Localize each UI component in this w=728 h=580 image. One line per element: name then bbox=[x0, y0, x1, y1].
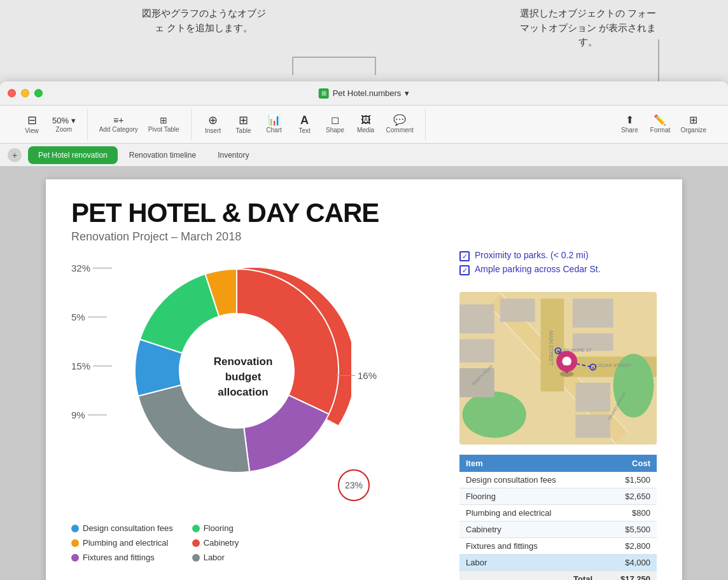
tab-inventory[interactable]: Inventory bbox=[207, 146, 259, 164]
media-button[interactable]: 🖼 Media bbox=[352, 109, 380, 141]
legend-label-fixtures: Fixtures and fittings bbox=[83, 553, 155, 562]
tab-pet-hotel-label: Pet Hotel renovation bbox=[38, 151, 108, 160]
tab-pet-hotel[interactable]: Pet Hotel renovation bbox=[28, 146, 118, 164]
text-label: Text bbox=[298, 127, 310, 134]
titlebar-center: Pet Hotel.numbers ▾ bbox=[319, 88, 410, 99]
checkbox-2 bbox=[459, 265, 470, 275]
legend-design: Design consultation fees bbox=[71, 523, 173, 533]
table-row: Cabinetry $5,500 bbox=[459, 521, 657, 538]
tab-renovation-timeline-label: Renovation timeline bbox=[129, 151, 196, 160]
insert-label: Insert bbox=[205, 127, 221, 134]
svg-rect-20 bbox=[575, 415, 610, 438]
label-9: 9% bbox=[71, 410, 112, 420]
organize-button[interactable]: ⊞ Organize bbox=[676, 109, 710, 141]
annotation-right: 選択したオブジェクトの フォーマットオプション が表示されます。 bbox=[518, 6, 658, 50]
table-icon: ⊞ bbox=[239, 114, 248, 126]
svg-rect-13 bbox=[459, 305, 494, 334]
legend-col-1: Design consultation fees Plumbing and el… bbox=[71, 523, 173, 562]
legend-dot-fixtures bbox=[71, 554, 79, 562]
insert-button[interactable]: ⊕ Insert bbox=[199, 109, 227, 141]
total-label: Total bbox=[459, 571, 599, 580]
table-button[interactable]: ⊞ Table bbox=[230, 109, 258, 141]
maximize-button[interactable] bbox=[34, 89, 43, 97]
slide-body: 32% 5% 15% bbox=[71, 250, 657, 580]
legend-label-flooring: Flooring bbox=[204, 523, 234, 533]
label-5: 5% bbox=[71, 312, 112, 322]
row-cost-4: $5,500 bbox=[599, 521, 657, 538]
format-label: Format bbox=[650, 127, 671, 134]
checkbox-1 bbox=[459, 251, 470, 261]
traffic-lights bbox=[8, 89, 43, 97]
donut-wrapper: Renovation budgetallocation bbox=[122, 256, 364, 498]
legend-label-labor: Labor bbox=[204, 553, 225, 562]
row-item-4: Cabinetry bbox=[459, 521, 599, 538]
app-window: Pet Hotel.numbers ▾ ⊟ View 50% ▾ Zoom ≡+… bbox=[0, 81, 728, 580]
organize-label: Organize bbox=[680, 127, 706, 134]
share-label: Share bbox=[621, 127, 638, 134]
view-button[interactable]: ⊟ View bbox=[18, 109, 46, 141]
file-icon bbox=[319, 88, 329, 99]
map-annotations: Proximity to parks. (< 0.2 mi) Ample par… bbox=[459, 250, 657, 278]
zoom-button[interactable]: 50% ▾ Zoom bbox=[48, 109, 80, 141]
toolbar: ⊟ View 50% ▾ Zoom ≡+ Add Category ⊞ Pivo… bbox=[0, 106, 728, 144]
view-icon: ⊟ bbox=[27, 114, 37, 126]
comment-button[interactable]: 💬 Comment bbox=[382, 109, 417, 141]
comment-label: Comment bbox=[386, 127, 414, 134]
table-row: Flooring $2,650 bbox=[459, 488, 657, 505]
svg-rect-17 bbox=[573, 299, 613, 328]
text-button[interactable]: A Text bbox=[291, 109, 319, 141]
svg-rect-14 bbox=[459, 340, 494, 362]
filename: Pet Hotel.numbers bbox=[333, 88, 402, 98]
table-row: Fixtures and fittings $2,800 bbox=[459, 538, 657, 555]
slide: PET HOTEL & DAY CARE Renovation Project … bbox=[46, 179, 682, 580]
legend-cabinetry: Cabinetry bbox=[192, 538, 239, 548]
map-container: MAIN STREET FILMORE ST CEDAR STREET RANC… bbox=[459, 292, 657, 445]
share-icon: ⬆ bbox=[626, 115, 634, 125]
annotation-left: 図形やグラフのようなオブジェ クトを追加します。 bbox=[140, 6, 267, 35]
add-category-button[interactable]: ≡+ Add Category bbox=[95, 109, 142, 141]
map-svg: MAIN STREET FILMORE ST CEDAR STREET RANC… bbox=[459, 292, 657, 445]
media-icon: 🖼 bbox=[361, 115, 371, 125]
legend-label-cabinetry: Cabinetry bbox=[204, 538, 239, 548]
tab-renovation-timeline[interactable]: Renovation timeline bbox=[119, 146, 206, 164]
shape-button[interactable]: ◻ Shape bbox=[321, 109, 349, 141]
zoom-icon: 50% ▾ bbox=[52, 116, 76, 125]
row-cost-2: $2,650 bbox=[599, 488, 657, 505]
legend-label-plumbing: Plumbing and electrical bbox=[83, 538, 168, 548]
main-content: PET HOTEL & DAY CARE Renovation Project … bbox=[0, 167, 728, 580]
legend-label-design: Design consultation fees bbox=[83, 523, 173, 533]
col-header-cost: Cost bbox=[599, 455, 657, 472]
pivot-table-button[interactable]: ⊞ Pivot Table bbox=[144, 109, 183, 141]
svg-text:✕: ✕ bbox=[591, 365, 595, 371]
annotation-area: 図形やグラフのようなオブジェ クトを追加します。 選択したオブジェクトの フォー… bbox=[0, 0, 728, 81]
annotation-lines-svg bbox=[0, 0, 728, 81]
label-16: 16% bbox=[336, 370, 377, 381]
dropdown-icon[interactable]: ▾ bbox=[405, 88, 409, 98]
close-button[interactable] bbox=[8, 89, 16, 97]
format-button[interactable]: ✏️ Format bbox=[646, 109, 674, 141]
row-cost-1: $1,500 bbox=[599, 472, 657, 488]
donut-center-text: Renovation budgetallocation bbox=[195, 354, 291, 399]
titlebar: Pet Hotel.numbers ▾ bbox=[0, 81, 728, 106]
row-cost-5: $2,800 bbox=[599, 538, 657, 555]
row-cost-3: $800 bbox=[599, 505, 657, 521]
svg-text:CEDAR STREET: CEDAR STREET bbox=[596, 362, 632, 368]
organize-icon: ⊞ bbox=[689, 115, 697, 125]
insert-icon: ⊕ bbox=[208, 114, 218, 126]
donut-chart-container: 32% 5% 15% bbox=[71, 250, 377, 517]
zoom-label: Zoom bbox=[56, 126, 73, 133]
chart-section: 32% 5% 15% bbox=[71, 250, 440, 580]
share-button[interactable]: ⬆ Share bbox=[615, 109, 643, 141]
label-23-circle: 23% bbox=[337, 469, 370, 504]
slide-header: PET HOTEL & DAY CARE Renovation Project … bbox=[71, 198, 657, 244]
legend-fixtures: Fixtures and fittings bbox=[71, 553, 173, 562]
add-sheet-button[interactable]: + bbox=[8, 148, 22, 162]
annotation-right-text: 選択したオブジェクトの フォーマットオプション が表示されます。 bbox=[520, 8, 656, 47]
chart-button[interactable]: 📊 Chart bbox=[260, 109, 288, 141]
minimize-button[interactable] bbox=[21, 89, 29, 97]
toolbar-group-insert: ⊕ Insert ⊞ Table 📊 Chart A Text ◻ Shape … bbox=[192, 109, 426, 141]
tabsbar: + Pet Hotel renovation Renovation timeli… bbox=[0, 144, 728, 167]
table-total-row: Total $17,250 bbox=[459, 571, 657, 580]
toolbar-group-view: ⊟ View 50% ▾ Zoom bbox=[10, 109, 88, 141]
toolbar-group-category: ≡+ Add Category ⊞ Pivot Table bbox=[88, 109, 192, 141]
